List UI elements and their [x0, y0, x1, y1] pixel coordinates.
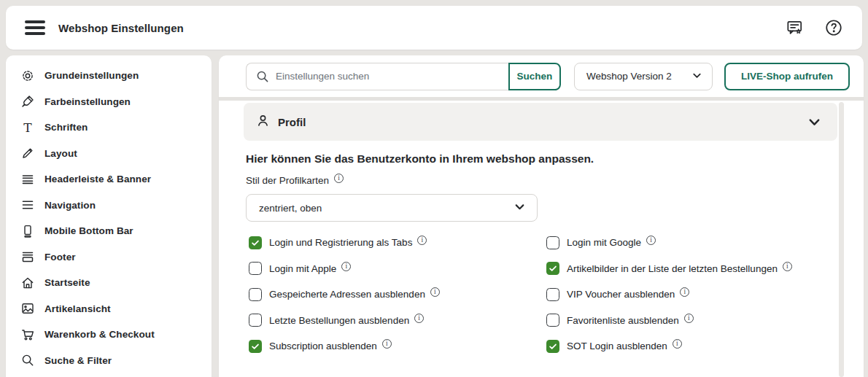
checkbox-row-artikelbilder-in-der-liste-der-letzten-bestellungen[interactable]: Artikelbilder in der Liste der letzten B…: [546, 256, 837, 282]
checkbox[interactable]: [546, 314, 559, 327]
pencil-icon: [20, 146, 35, 160]
typography-icon: T: [20, 120, 35, 135]
scrollbar-track[interactable]: [839, 102, 844, 377]
checkbox-row-vip-voucher-ausblenden[interactable]: VIP Voucher ausblenden i: [546, 281, 837, 308]
sidebar-item-artikelansicht[interactable]: Artikelansicht: [6, 296, 212, 322]
settings-toolbar: Suchen Webshop Version 2 LIVE-Shop aufru…: [219, 55, 864, 97]
chevron-down-icon: [691, 70, 702, 83]
sidebar-item-headerleiste-banner[interactable]: Headerleiste & Banner: [6, 166, 212, 193]
page-title: Webshop Einstellungen: [58, 22, 184, 34]
sidebar-item-navigation[interactable]: Navigation: [6, 193, 212, 219]
mobile-icon: [20, 224, 35, 238]
checkbox[interactable]: [546, 262, 559, 275]
checkbox[interactable]: [249, 262, 262, 275]
search-input[interactable]: [246, 63, 508, 90]
checkbox[interactable]: [546, 236, 559, 249]
checkbox-row-login-mit-apple[interactable]: Login mit Apple i: [249, 256, 546, 282]
app-header: Webshop Einstellungen: [6, 6, 862, 50]
search-button[interactable]: Suchen: [508, 63, 561, 90]
info-icon[interactable]: i: [680, 287, 689, 297]
checkbox[interactable]: [546, 288, 559, 301]
brush-icon: [20, 94, 35, 109]
profil-section-title: Profil: [278, 116, 306, 128]
chevron-down-icon: [514, 201, 526, 215]
gear-icon: [20, 69, 35, 83]
sidebar-item-startseite[interactable]: Startseite: [6, 270, 212, 296]
cart-icon: [20, 327, 35, 342]
chevron-down-icon[interactable]: [807, 115, 821, 129]
info-icon[interactable]: i: [414, 314, 424, 323]
checkbox-row-login-mit-google[interactable]: Login mit Google i: [546, 230, 837, 256]
info-icon[interactable]: i: [334, 174, 344, 183]
section-heading: Hier können Sie das Benutzerkonto in Ihr…: [246, 152, 837, 166]
sidebar-item-schriften[interactable]: T Schriften: [6, 114, 212, 141]
sidebar-item-layout[interactable]: Layout: [6, 141, 212, 167]
hamburger-menu-icon[interactable]: [25, 20, 45, 35]
help-icon[interactable]: [824, 18, 843, 37]
live-shop-button[interactable]: LIVE-Shop aufrufen: [724, 63, 850, 90]
checkbox-row-login-und-registrierung-als-tabs[interactable]: Login und Registrierung als Tabs i: [249, 230, 546, 256]
home-icon: [20, 276, 35, 290]
sidebar-item-grundeinstellungen[interactable]: Grundeinstellungen: [6, 63, 212, 89]
checkbox[interactable]: [249, 236, 262, 249]
checkbox-row-subscription-ausblenden[interactable]: Subscription ausblenden i: [249, 333, 546, 359]
image-icon: [20, 301, 35, 316]
checkbox[interactable]: [249, 288, 262, 301]
webshop-version-select[interactable]: Webshop Version 2: [574, 63, 713, 90]
main-panel: Suchen Webshop Version 2 LIVE-Shop aufru…: [219, 55, 864, 377]
sidebar-item-mobile-bottom-bar[interactable]: Mobile Bottom Bar: [6, 218, 212, 244]
footer-icon: [20, 249, 35, 264]
header-bars-icon: [20, 172, 35, 187]
info-icon[interactable]: i: [430, 287, 440, 297]
sidebar-item-suche-filter[interactable]: Suche & Filter: [6, 348, 212, 374]
info-icon[interactable]: i: [382, 339, 392, 349]
settings-sidebar: Grundeinstellungen Farbeinstellungen T S…: [6, 55, 212, 377]
feedback-icon[interactable]: [785, 18, 804, 37]
sidebar-item-footer[interactable]: Footer: [6, 244, 212, 271]
sidebar-item-farbeinstellungen[interactable]: Farbeinstellungen: [6, 89, 212, 115]
checkbox-row-favoritenliste-ausblenden[interactable]: Favoritenliste ausblenden i: [546, 308, 837, 334]
sidebar-item-warenkorb-checkout[interactable]: Warenkorb & Checkout: [6, 322, 212, 348]
svg-text:T: T: [23, 120, 32, 135]
checkbox[interactable]: [249, 340, 262, 353]
checkbox-row-letzte-bestellungen-ausblenden[interactable]: Letzte Bestellungen ausblenden i: [249, 308, 546, 334]
info-icon[interactable]: i: [646, 236, 656, 245]
info-icon[interactable]: i: [417, 236, 427, 245]
info-icon[interactable]: i: [341, 262, 351, 271]
checkbox-row-gespeicherte-adressen-ausblenden[interactable]: Gespeicherte Adressen ausblenden i: [249, 281, 546, 308]
search-icon: [20, 353, 35, 368]
checkbox-row-sot-login-ausblenden[interactable]: SOT Login ausblenden i: [546, 333, 837, 359]
user-icon: [255, 113, 271, 131]
info-icon[interactable]: i: [673, 339, 682, 349]
info-icon[interactable]: i: [783, 262, 792, 271]
checkbox[interactable]: [249, 314, 262, 327]
profile-card-style-select[interactable]: zentriert, oben: [246, 194, 538, 222]
profil-section-header[interactable]: Profil: [244, 103, 837, 141]
menu-lines-icon: [20, 198, 35, 212]
style-select-label: Stil der Profilkarten: [246, 175, 329, 186]
info-icon[interactable]: i: [684, 314, 694, 323]
checkbox[interactable]: [546, 340, 559, 353]
